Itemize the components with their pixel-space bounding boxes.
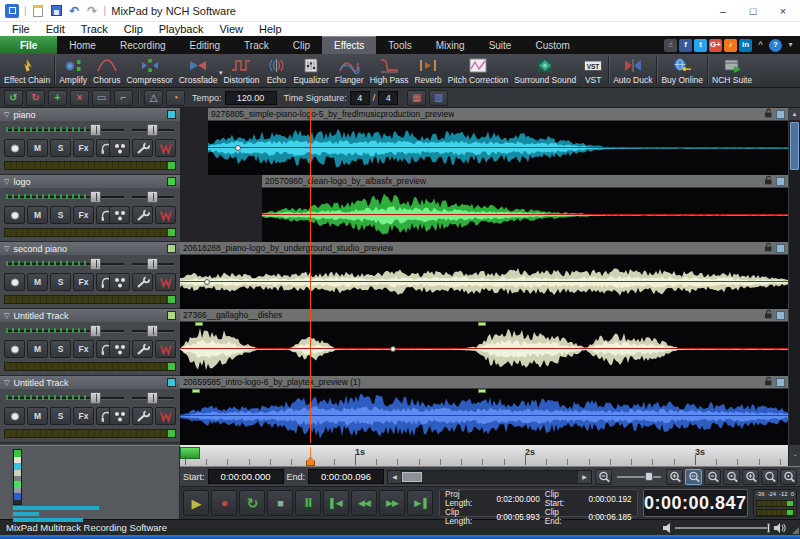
ribbon-button-crossfade[interactable]: Crossfade▾ — [176, 54, 221, 87]
skip-end-button[interactable]: ▶▐ — [407, 490, 433, 516]
arm-record-button[interactable] — [4, 340, 25, 358]
ribbon-button-vst[interactable]: VSTVST — [579, 54, 607, 87]
wrench-icon[interactable] — [132, 340, 153, 358]
volume-envelope-line[interactable] — [180, 348, 788, 349]
clip-row-3[interactable]: 27366__gallagho__dishes — [180, 309, 788, 376]
loop-button[interactable]: ↻ — [239, 490, 265, 516]
zoom-out-button[interactable] — [704, 469, 721, 485]
zoom-in-button[interactable] — [666, 469, 683, 485]
lock-icon[interactable] — [764, 175, 773, 187]
track-color-swatch[interactable] — [167, 177, 176, 186]
track-color-swatch[interactable] — [167, 311, 176, 320]
pan-thumb[interactable] — [147, 258, 158, 270]
rewind-button[interactable]: ◀◀ — [351, 490, 377, 516]
waveform-icon[interactable] — [155, 139, 176, 157]
envelope-point[interactable] — [235, 145, 241, 151]
metronome-icon[interactable]: △ — [144, 90, 163, 106]
mixer-icon[interactable] — [109, 407, 130, 425]
tab-clip[interactable]: Clip — [281, 36, 322, 54]
wrench-icon[interactable] — [132, 139, 153, 157]
tab-file[interactable]: File — [0, 36, 57, 54]
arm-record-button[interactable] — [4, 273, 25, 291]
tab-editing[interactable]: Editing — [178, 36, 233, 54]
timesig-denominator-input[interactable]: 4 — [378, 91, 398, 105]
volume-thumb[interactable] — [90, 258, 101, 270]
volume-envelope-line[interactable] — [208, 147, 788, 148]
timesig-numerator-input[interactable]: 4 — [350, 91, 370, 105]
new-project-icon[interactable] — [32, 4, 45, 17]
close-button[interactable]: × — [768, 0, 798, 21]
clip-title-bar[interactable]: 20618288_piano-logo_by_underground_studi… — [180, 242, 788, 255]
collapse-chevron-icon[interactable]: ▽ — [4, 312, 9, 320]
track-color-swatch[interactable] — [167, 110, 176, 119]
clip-options-button[interactable] — [776, 110, 785, 119]
tab-mixing[interactable]: Mixing — [424, 36, 477, 54]
wrench-icon[interactable] — [132, 206, 153, 224]
tab-home[interactable]: Home — [57, 36, 108, 54]
zoom-sample-button[interactable] — [723, 469, 740, 485]
clip-row-0[interactable]: 9276805_simple-piano-logo-5_by_fredlmusi… — [180, 108, 788, 175]
mute-button[interactable]: M — [27, 206, 48, 224]
clip-title-bar[interactable]: 20570960_clean-logo_by_albasfx_preview — [262, 175, 788, 188]
playhead-line[interactable] — [310, 108, 311, 443]
fx-button[interactable]: Fx — [73, 407, 94, 425]
volume-thumb[interactable] — [767, 523, 770, 533]
loop-record-icon[interactable]: ↺ — [4, 90, 23, 106]
tempo-input[interactable]: 120.00 — [225, 91, 277, 105]
clip-options-button[interactable] — [776, 177, 785, 186]
stop-button[interactable]: ■ — [267, 490, 293, 516]
ribbon-button-high-pass[interactable]: High Pass — [367, 54, 412, 87]
pan-slider[interactable] — [132, 191, 174, 203]
wrench-icon[interactable] — [132, 407, 153, 425]
mixer-icon[interactable] — [109, 340, 130, 358]
mute-button[interactable]: M — [27, 139, 48, 157]
pan-thumb[interactable] — [147, 191, 158, 203]
menu-clip[interactable]: Clip — [116, 23, 151, 36]
tab-tools[interactable]: Tools — [376, 36, 423, 54]
zoom-project-button[interactable] — [780, 469, 797, 485]
facebook-icon[interactable]: f — [679, 39, 692, 52]
skip-start-button[interactable]: ▌◀ — [323, 490, 349, 516]
clip-marker[interactable] — [195, 322, 203, 326]
horizontal-scrollbar[interactable]: ◀ ▶ — [387, 470, 592, 484]
record-button[interactable]: ● — [211, 490, 237, 516]
googleplus-icon[interactable]: G+ — [709, 39, 722, 52]
clip-options-button[interactable] — [776, 311, 785, 320]
ribbon-button-distortion[interactable]: Distortion — [220, 54, 262, 87]
menu-file[interactable]: File — [4, 23, 38, 36]
solo-button[interactable]: S — [50, 206, 71, 224]
solo-button[interactable]: S — [50, 340, 71, 358]
collapse-chevron-icon[interactable]: ▽ — [4, 245, 9, 253]
undo-icon[interactable]: ↶ — [68, 4, 81, 17]
ribbon-button-amplify[interactable]: Amplify — [56, 54, 90, 87]
save-icon[interactable] — [50, 4, 63, 17]
fast-forward-button[interactable]: ▶▶ — [379, 490, 405, 516]
solo-button[interactable]: S — [50, 273, 71, 291]
snap-icon[interactable]: ◔ — [166, 90, 185, 106]
insert-track-icon[interactable]: ▭ — [92, 90, 111, 106]
pan-thumb[interactable] — [147, 392, 158, 404]
volume-thumb[interactable] — [90, 392, 101, 404]
clip-row-2[interactable]: 20618288_piano-logo_by_underground_studi… — [180, 242, 788, 309]
waveform-icon[interactable] — [155, 273, 176, 291]
loop-playback-icon[interactable]: ↻ — [26, 90, 45, 106]
ruler-corner-button[interactable]: ◔ — [788, 445, 800, 466]
pause-button[interactable]: Ⅱ — [295, 490, 321, 516]
play-button[interactable]: ▶ — [183, 490, 209, 516]
add-track-icon[interactable]: + — [48, 90, 67, 106]
clip-row-1[interactable]: 20570960_clean-logo_by_albasfx_preview — [180, 175, 788, 242]
mute-button[interactable]: M — [27, 340, 48, 358]
clip-marker[interactable] — [192, 389, 200, 393]
ribbon-button-auto-duck[interactable]: Auto Duck — [610, 54, 655, 87]
waveform-canvas[interactable] — [180, 389, 788, 443]
volume-envelope-line[interactable] — [180, 415, 788, 416]
zoom-slider[interactable] — [617, 471, 661, 483]
track-title-bar[interactable]: ▽Untitled Track — [0, 376, 180, 389]
ribbon-button-compressor[interactable]: Compressor — [123, 54, 175, 87]
volume-slider[interactable] — [6, 258, 124, 270]
lock-icon[interactable] — [764, 242, 773, 254]
timeline-ruler[interactable]: 1s2s3s ◔ — [180, 445, 800, 467]
volume-slider[interactable] — [6, 191, 124, 203]
waveform-canvas[interactable] — [180, 255, 788, 309]
lock-icon[interactable] — [764, 309, 773, 321]
